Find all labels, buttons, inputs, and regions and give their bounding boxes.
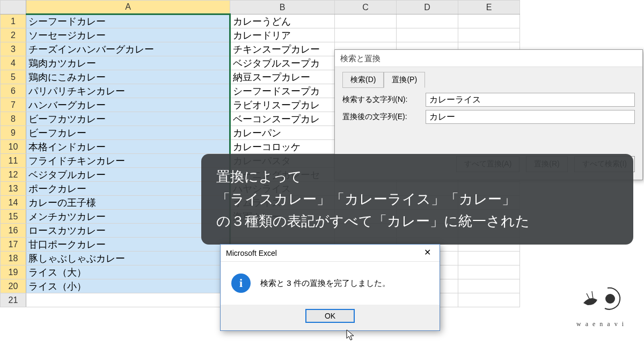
cell[interactable]: メンチカツカレー bbox=[26, 210, 230, 224]
row-header[interactable]: 17 bbox=[1, 238, 26, 252]
message-box: Microsoft Excel ✕ i 検索と 3 件の置換を完了しました。 O… bbox=[220, 244, 440, 331]
cell[interactable]: 甘口ポークカレー bbox=[26, 238, 230, 252]
cell[interactable]: フライドチキンカレー bbox=[26, 154, 230, 168]
note-line: 「ライスカレー」「カレーライス」「カレー」 bbox=[216, 188, 618, 211]
tab-replace[interactable]: 置換(P) bbox=[384, 72, 425, 88]
row-header[interactable]: 7 bbox=[1, 98, 26, 112]
watermark: waenavi bbox=[576, 284, 628, 328]
cell[interactable]: カレードリア bbox=[230, 28, 335, 42]
cell[interactable]: ビーフカツカレー bbox=[26, 112, 230, 126]
cell[interactable] bbox=[458, 279, 520, 293]
cell[interactable]: 鶏肉カツカレー bbox=[26, 56, 230, 70]
corner-cell[interactable] bbox=[1, 1, 26, 14]
row-header[interactable]: 1 bbox=[1, 14, 26, 28]
cell[interactable]: ベジタブルカレー bbox=[26, 168, 230, 182]
row-header[interactable]: 16 bbox=[1, 224, 26, 238]
cell[interactable]: カレーの王子様 bbox=[26, 196, 230, 210]
cell[interactable]: カレーコロッケ bbox=[230, 140, 335, 154]
row-header[interactable]: 18 bbox=[1, 252, 26, 265]
cell[interactable] bbox=[335, 14, 397, 28]
cell[interactable] bbox=[335, 28, 397, 42]
col-header-E[interactable]: E bbox=[458, 1, 520, 14]
find-input[interactable] bbox=[426, 93, 635, 107]
row-header[interactable]: 9 bbox=[1, 126, 26, 140]
cell[interactable]: 本格インドカレー bbox=[26, 140, 230, 154]
cell[interactable] bbox=[397, 14, 458, 28]
row-header[interactable]: 11 bbox=[1, 154, 26, 168]
cell[interactable] bbox=[458, 252, 520, 265]
cell[interactable]: パリパリチキンカレー bbox=[26, 84, 230, 98]
row-header[interactable]: 5 bbox=[1, 70, 26, 84]
cell[interactable]: ベジタブルスープカ bbox=[230, 56, 335, 70]
replace-label: 置換後の文字列(E): bbox=[342, 112, 426, 122]
row-header[interactable]: 6 bbox=[1, 84, 26, 98]
cell[interactable]: ハンバーグカレー bbox=[26, 98, 230, 112]
cell[interactable]: ラビオリスープカレ bbox=[230, 98, 335, 112]
row-header[interactable]: 15 bbox=[1, 210, 26, 224]
note-line: 置換によって bbox=[216, 166, 618, 188]
annotation-note: 置換によって 「ライスカレー」「カレーライス」「カレー」 の３種類の表記がすべて… bbox=[201, 154, 633, 245]
cell[interactable]: ロースカツカレー bbox=[26, 224, 230, 238]
row-header[interactable]: 8 bbox=[1, 112, 26, 126]
cell[interactable]: ライス（大） bbox=[26, 265, 230, 279]
col-header-C[interactable]: C bbox=[335, 1, 397, 14]
row-header[interactable]: 21 bbox=[1, 293, 26, 307]
cell[interactable]: カレーうどん bbox=[230, 14, 335, 28]
ok-button[interactable]: OK bbox=[305, 309, 355, 323]
row-header[interactable]: 4 bbox=[1, 56, 26, 70]
cell[interactable]: 豚しゃぶしゃぶカレー bbox=[26, 252, 230, 265]
col-header-B[interactable]: B bbox=[230, 1, 335, 14]
svg-point-0 bbox=[605, 294, 615, 304]
cell[interactable]: チーズインハンバーグカレー bbox=[26, 42, 230, 56]
cursor-icon bbox=[346, 329, 356, 341]
row-header[interactable]: 19 bbox=[1, 265, 26, 279]
cell[interactable]: チキンスープカレー bbox=[230, 42, 335, 56]
cell[interactable] bbox=[458, 28, 520, 42]
cell[interactable] bbox=[26, 293, 230, 307]
cell[interactable]: シーフードスープカ bbox=[230, 84, 335, 98]
column-header-row: A B C D E bbox=[1, 1, 520, 14]
cell[interactable]: ソーセージカレー bbox=[26, 28, 230, 42]
cell[interactable]: ベーコンスープカレ bbox=[230, 112, 335, 126]
replace-input[interactable] bbox=[426, 110, 635, 124]
dialog-title: 検索と置換 bbox=[335, 50, 642, 67]
cell[interactable] bbox=[458, 293, 520, 307]
cell[interactable] bbox=[458, 265, 520, 279]
cell[interactable] bbox=[397, 28, 458, 42]
row-header[interactable]: 2 bbox=[1, 28, 26, 42]
watermark-text: waenavi bbox=[576, 320, 628, 328]
row-header[interactable]: 14 bbox=[1, 196, 26, 210]
find-label: 検索する文字列(N): bbox=[342, 95, 426, 105]
row-header[interactable]: 20 bbox=[1, 279, 26, 293]
row-header[interactable]: 13 bbox=[1, 182, 26, 196]
cell[interactable] bbox=[458, 14, 520, 28]
row-header[interactable]: 10 bbox=[1, 140, 26, 154]
cell[interactable]: シーフードカレー bbox=[26, 14, 230, 28]
dialog-tabs: 検索(D) 置換(P) bbox=[342, 71, 635, 87]
cell[interactable]: 納豆スープカレー bbox=[230, 70, 335, 84]
col-header-D[interactable]: D bbox=[397, 1, 458, 14]
msgbox-title: Microsoft Excel bbox=[226, 249, 277, 257]
note-line: の３種類の表記がすべて「カレー」に統一された bbox=[216, 210, 618, 233]
cell[interactable]: ライス（小） bbox=[26, 279, 230, 293]
tab-find[interactable]: 検索(D) bbox=[342, 72, 384, 88]
row-header[interactable]: 3 bbox=[1, 42, 26, 56]
info-icon: i bbox=[231, 274, 251, 293]
col-header-A[interactable]: A bbox=[26, 1, 230, 14]
cell[interactable]: ポークカレー bbox=[26, 182, 230, 196]
cell[interactable]: ビーフカレー bbox=[26, 126, 230, 140]
row-header[interactable]: 12 bbox=[1, 168, 26, 182]
watermark-icon bbox=[576, 284, 628, 318]
close-icon[interactable]: ✕ bbox=[416, 246, 438, 261]
cell[interactable]: 鶏肉にこみカレー bbox=[26, 70, 230, 84]
cell[interactable]: カレーパン bbox=[230, 126, 335, 140]
msgbox-message: 検索と 3 件の置換を完了しました。 bbox=[260, 278, 390, 289]
